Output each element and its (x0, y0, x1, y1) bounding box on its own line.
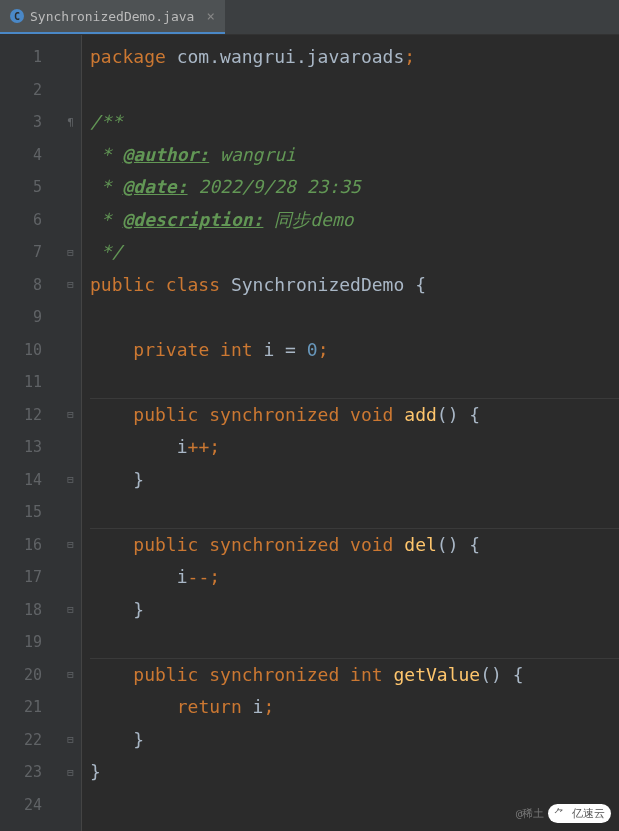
code-line: i--; (90, 561, 619, 594)
code-line: i++; (90, 431, 619, 464)
editor-tab-bar: C SynchronizedDemo.java × (0, 0, 619, 35)
fold-open-icon[interactable]: ⊟ (67, 668, 74, 681)
code-line: public synchronized int getValue() { (90, 659, 619, 692)
code-line (90, 496, 619, 529)
line-number: 11 (0, 366, 60, 399)
code-editor[interactable]: 1 2 3 4 5 6 7 8 9 10 11 12 13 14 15 16 1… (0, 35, 619, 831)
watermark: @稀土 ⺈ 亿速云 (516, 804, 611, 823)
code-line: /** (90, 106, 619, 139)
code-line: } (90, 464, 619, 497)
code-line (90, 626, 619, 659)
paragraph-icon: ¶ (67, 116, 74, 129)
close-icon[interactable]: × (206, 8, 214, 24)
fold-close-icon[interactable]: ⊟ (67, 733, 74, 746)
code-line: } (90, 756, 619, 789)
line-number: 22 (0, 724, 60, 757)
code-line: */ (90, 236, 619, 269)
line-number: 24 (0, 789, 60, 822)
code-line: * @description: 同步demo (90, 204, 619, 237)
line-number: 2 (0, 74, 60, 107)
code-line: * @date: 2022/9/28 23:35 (90, 171, 619, 204)
code-line: package com.wangrui.javaroads; (90, 41, 619, 74)
line-number: 20 (0, 659, 60, 692)
code-line (90, 301, 619, 334)
fold-close-icon[interactable]: ⊟ (67, 473, 74, 486)
line-number: 3 (0, 106, 60, 139)
line-number: 14 (0, 464, 60, 497)
fold-open-icon[interactable]: ⊟ (67, 408, 74, 421)
fold-gutter: ¶ ⊟ ⊟ ⊟ ⊟ ⊟ ⊟ ⊟ ⊟ ⊟ (60, 35, 82, 831)
fold-close-icon[interactable]: ⊟ (67, 603, 74, 616)
line-number: 7 (0, 236, 60, 269)
line-number: 18 (0, 594, 60, 627)
watermark-text: @稀土 (516, 806, 545, 821)
code-line: return i; (90, 691, 619, 724)
code-line (90, 74, 619, 107)
code-line: } (90, 724, 619, 757)
code-line (90, 366, 619, 399)
fold-close-icon[interactable]: ⊟ (67, 246, 74, 259)
line-number: 13 (0, 431, 60, 464)
line-number: 9 (0, 301, 60, 334)
line-number: 19 (0, 626, 60, 659)
line-number: 12 (0, 399, 60, 432)
line-number: 4 (0, 139, 60, 172)
line-number: 17 (0, 561, 60, 594)
code-line: private int i = 0; (90, 334, 619, 367)
code-line: public synchronized void add() { (90, 399, 619, 432)
watermark-logo: ⺈ 亿速云 (548, 804, 611, 823)
fold-open-icon[interactable]: ⊟ (67, 278, 74, 291)
line-number: 15 (0, 496, 60, 529)
line-number: 16 (0, 529, 60, 562)
line-number: 21 (0, 691, 60, 724)
code-line: } (90, 594, 619, 627)
line-number: 23 (0, 756, 60, 789)
line-number: 8 (0, 269, 60, 302)
tab-filename: SynchronizedDemo.java (30, 9, 194, 24)
active-file-tab[interactable]: C SynchronizedDemo.java × (0, 0, 225, 34)
code-line: * @author: wangrui (90, 139, 619, 172)
fold-close-icon[interactable]: ⊟ (67, 766, 74, 779)
code-text-area[interactable]: package com.wangrui.javaroads; /** * @au… (82, 35, 619, 831)
line-number-gutter: 1 2 3 4 5 6 7 8 9 10 11 12 13 14 15 16 1… (0, 35, 60, 831)
code-line: public synchronized void del() { (90, 529, 619, 562)
line-number: 10 (0, 334, 60, 367)
line-number: 5 (0, 171, 60, 204)
fold-open-icon[interactable]: ⊟ (67, 538, 74, 551)
line-number: 1 (0, 41, 60, 74)
java-class-icon: C (10, 9, 24, 23)
line-number: 6 (0, 204, 60, 237)
code-line: public class SynchronizedDemo { (90, 269, 619, 302)
